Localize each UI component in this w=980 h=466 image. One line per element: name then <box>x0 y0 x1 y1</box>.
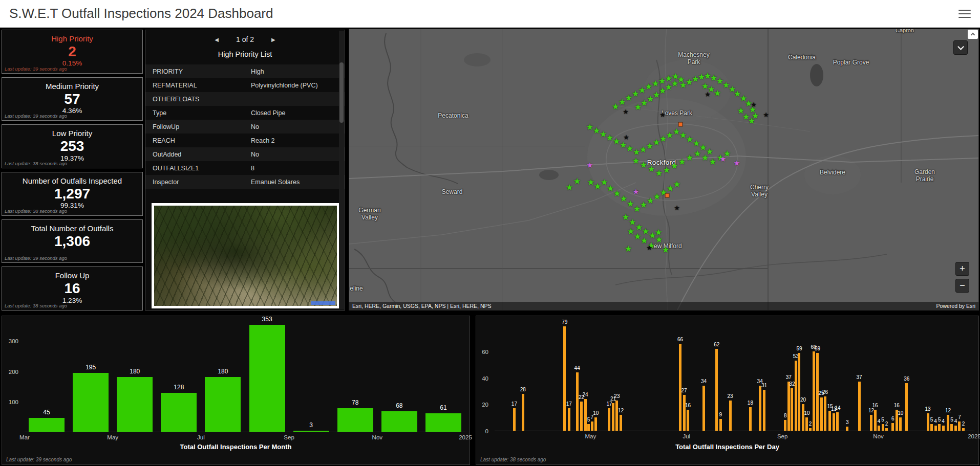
outfall-marker[interactable]: ★ <box>627 227 634 236</box>
day-bar[interactable] <box>587 424 590 431</box>
month-bar[interactable] <box>29 418 65 432</box>
day-bar[interactable] <box>584 399 587 431</box>
day-bar[interactable] <box>612 403 614 431</box>
day-bar[interactable] <box>899 417 902 431</box>
day-bar[interactable] <box>930 424 933 431</box>
day-bar[interactable] <box>568 408 570 431</box>
outfall-marker[interactable]: ★ <box>623 108 629 115</box>
pager-next-icon[interactable]: ▶ <box>271 37 275 42</box>
day-bar[interactable] <box>679 344 681 431</box>
day-bar[interactable] <box>950 424 953 431</box>
outfall-marker[interactable]: ★ <box>705 91 711 98</box>
zoom-in-button[interactable]: + <box>955 262 969 276</box>
day-bar[interactable] <box>942 426 945 431</box>
day-bar[interactable] <box>702 386 705 431</box>
day-bar[interactable] <box>927 413 929 431</box>
day-bar[interactable] <box>878 426 880 431</box>
day-bar[interactable] <box>846 427 848 431</box>
outfall-marker-square[interactable] <box>665 193 670 198</box>
day-bar[interactable] <box>798 353 800 431</box>
month-bar[interactable] <box>73 373 109 432</box>
outfall-marker[interactable]: ★ <box>686 153 693 162</box>
collapse-panel-button[interactable] <box>953 40 968 55</box>
day-bar[interactable] <box>858 382 861 431</box>
outfall-marker[interactable]: ★ <box>623 134 629 141</box>
day-bar[interactable] <box>784 420 786 431</box>
outfall-marker[interactable]: ★ <box>655 169 663 177</box>
outfall-marker[interactable]: ★ <box>659 112 666 118</box>
outfall-marker[interactable]: ★ <box>573 177 581 186</box>
outfall-marker[interactable]: ★ <box>624 245 632 253</box>
outfall-marker[interactable]: ★ <box>674 205 680 211</box>
day-bar[interactable] <box>882 424 884 431</box>
outfall-marker[interactable]: ★ <box>670 162 678 170</box>
outfall-marker[interactable]: ★ <box>632 188 639 195</box>
day-bar[interactable] <box>934 426 937 431</box>
outfall-marker[interactable]: ★ <box>733 159 740 167</box>
map-panel[interactable]: CapronMachesney ParkCaledoniaPoplar Grov… <box>349 29 979 310</box>
outfall-marker[interactable]: ★ <box>634 103 642 112</box>
month-bar[interactable] <box>337 408 373 432</box>
panel-scrollbar[interactable] <box>339 31 344 309</box>
day-bar[interactable] <box>608 408 610 431</box>
day-bar[interactable] <box>576 372 579 431</box>
month-bar[interactable] <box>161 393 197 432</box>
day-bar[interactable] <box>591 421 593 431</box>
menu-icon[interactable] <box>958 9 971 19</box>
day-bar[interactable] <box>683 395 686 431</box>
month-bar[interactable] <box>425 413 461 432</box>
outfall-marker[interactable]: ★ <box>678 158 686 166</box>
day-bar[interactable] <box>563 326 566 431</box>
outfall-marker-square[interactable] <box>678 122 683 127</box>
outfall-marker[interactable]: ★ <box>719 155 726 163</box>
day-bar[interactable] <box>870 415 872 431</box>
day-bar[interactable] <box>795 361 797 431</box>
day-bar[interactable] <box>938 424 941 431</box>
day-bar[interactable] <box>874 410 877 431</box>
day-bar[interactable] <box>802 404 804 431</box>
outfall-marker[interactable]: ★ <box>673 180 680 189</box>
outfall-marker[interactable]: ★ <box>654 228 662 237</box>
day-bar[interactable] <box>522 394 524 431</box>
day-bar[interactable] <box>958 421 961 431</box>
outfall-marker[interactable]: ★ <box>565 183 573 192</box>
day-bar[interactable] <box>749 407 752 431</box>
day-bar[interactable] <box>828 411 831 431</box>
day-bar[interactable] <box>820 397 823 431</box>
outfall-marker[interactable]: ★ <box>713 89 721 98</box>
outfall-marker[interactable]: ★ <box>633 232 641 241</box>
outfall-marker[interactable]: ★ <box>586 161 593 169</box>
outfall-marker[interactable]: ★ <box>663 166 670 174</box>
day-bar[interactable] <box>763 390 765 431</box>
outfall-marker[interactable]: ★ <box>751 101 757 108</box>
outfall-marker[interactable]: ★ <box>662 246 669 254</box>
day-bar[interactable] <box>687 410 689 431</box>
expand-button[interactable] <box>968 30 978 39</box>
outfall-marker[interactable]: ★ <box>737 106 744 115</box>
outfall-marker[interactable]: ★ <box>693 149 701 158</box>
day-bar[interactable] <box>805 417 808 431</box>
day-bar[interactable] <box>891 423 894 431</box>
day-bar[interactable] <box>513 408 516 431</box>
outfall-marker[interactable]: ★ <box>593 182 601 191</box>
day-bar[interactable] <box>759 386 761 431</box>
month-bar[interactable] <box>117 377 153 432</box>
day-bar[interactable] <box>729 401 732 431</box>
day-bar[interactable] <box>836 412 839 431</box>
outfall-marker[interactable]: ★ <box>640 161 647 169</box>
day-bar[interactable] <box>947 415 949 431</box>
day-bar[interactable] <box>715 349 718 431</box>
scrollbar-thumb[interactable] <box>339 62 344 123</box>
month-bar[interactable] <box>381 411 417 432</box>
zoom-out-button[interactable]: − <box>955 279 969 293</box>
day-bar[interactable] <box>787 382 790 431</box>
outfall-marker[interactable]: ★ <box>763 112 769 118</box>
day-bar[interactable] <box>580 402 583 431</box>
pager-prev-icon[interactable]: ◀ <box>215 37 219 42</box>
outfall-photo[interactable] <box>152 203 339 308</box>
outfall-marker[interactable]: ★ <box>632 157 640 165</box>
day-bar[interactable] <box>620 415 622 431</box>
outfall-marker[interactable]: ★ <box>647 165 655 173</box>
outfall-marker[interactable]: ★ <box>701 153 709 162</box>
day-bar[interactable] <box>615 401 618 431</box>
